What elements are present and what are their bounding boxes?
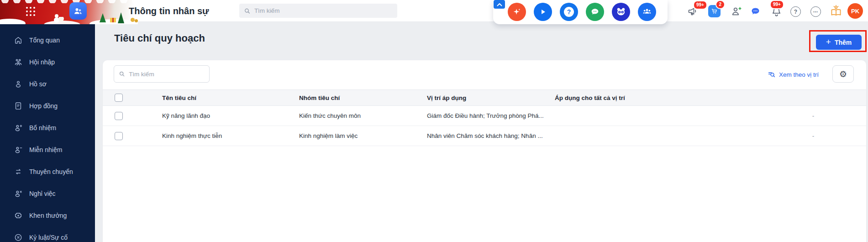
table-row[interactable]: Kinh nghiệm thực tiễn Kinh nghiệm làm vi… <box>103 126 866 146</box>
sidebar-item-ho-so[interactable]: Hồ sơ <box>0 73 95 95</box>
bot-mascot-icon[interactable] <box>612 3 630 21</box>
sidebar-item-label: Khen thưởng <box>29 212 67 219</box>
snow-decoration <box>0 19 26 24</box>
criteria-table: Tên tiêu chí Nhóm tiêu chí Vị trí áp dụn… <box>103 89 866 146</box>
person-plus-icon <box>14 123 23 132</box>
person-x-icon <box>14 189 23 198</box>
gear-icon: ⚙ <box>839 69 847 79</box>
gift-decoration <box>110 18 116 22</box>
sidebar-item-hop-dong[interactable]: Hợp đồng <box>0 95 95 117</box>
search-icon <box>119 70 125 78</box>
notifications-badge: 99+ <box>770 0 784 9</box>
cell-group: Kiến thức chuyên môn <box>299 112 427 119</box>
page: Thông tin nhân sự 99+ 2 <box>0 0 868 242</box>
sidebar-item-mien-nhiem[interactable]: Miễn nhiệm <box>0 139 95 161</box>
announcements-badge: 99+ <box>693 0 707 10</box>
app-title: Thông tin nhân sự <box>129 0 209 22</box>
santa-decoration <box>58 16 64 21</box>
help-icon[interactable]: ? <box>790 6 801 17</box>
sidebar: Tổng quan Hội nhập Hồ sơ Hợp đồng B <box>0 22 95 242</box>
sidebar-item-label: Nghỉ việc <box>29 190 56 197</box>
add-user-icon[interactable] <box>731 5 742 18</box>
whats-new-icon[interactable] <box>830 5 842 19</box>
app-launcher-icon[interactable] <box>26 7 28 9</box>
sidebar-item-label: Hội nhập <box>29 58 55 66</box>
table-header-row: Tên tiêu chí Nhóm tiêu chí Vị trí áp dụn… <box>103 89 866 106</box>
sidebar-item-label: Hợp đồng <box>29 102 58 110</box>
top-bar: Thông tin nhân sự 99+ 2 <box>0 0 868 22</box>
main-content: Tiêu chí quy hoạch + Thêm Xem theo vị tr… <box>95 22 868 242</box>
transfer-arrows-icon <box>14 167 23 176</box>
sidebar-item-bo-nhiem[interactable]: Bổ nhiệm <box>0 117 95 139</box>
add-button-label: Thêm <box>835 39 852 46</box>
award-badge-icon <box>14 211 23 220</box>
user-avatar[interactable]: PK <box>847 3 863 19</box>
column-header-group: Nhóm tiêu chí <box>299 95 427 101</box>
sidebar-item-tong-quan[interactable]: Tổng quan <box>0 29 95 51</box>
search-icon <box>244 7 251 15</box>
tree-decoration <box>100 13 106 22</box>
floating-toolbar: ? <box>493 0 668 24</box>
sidebar-item-khen-thuong[interactable]: Khen thưởng <box>0 205 95 226</box>
sidebar-item-label: Bổ nhiệm <box>29 124 56 132</box>
chat-support-icon[interactable] <box>586 3 604 21</box>
cell-name: Kỹ năng lãnh đạo <box>162 112 299 119</box>
content-card: Xem theo vị trí ⚙ Tên tiêu chí Nhóm tiêu… <box>103 60 866 242</box>
view-by-position-label: Xem theo vị trí <box>779 71 819 78</box>
sidebar-item-hoi-nhap[interactable]: Hội nhập <box>0 51 95 73</box>
sidebar-item-ky-luat[interactable]: Kỷ luật/Sự cố <box>0 226 95 242</box>
table-row[interactable]: Kỹ năng lãnh đạo Kiến thức chuyên môn Gi… <box>103 106 866 126</box>
sidebar-item-label: Hồ sơ <box>29 80 47 88</box>
document-icon <box>14 101 23 110</box>
collapse-toolbar-button[interactable] <box>494 0 505 9</box>
select-all-checkbox[interactable] <box>115 94 123 102</box>
sidebar-item-label: Kỷ luật/Sự cố <box>29 234 68 241</box>
add-button[interactable]: + Thêm <box>816 35 862 50</box>
cell-group: Kinh nghiệm làm việc <box>299 132 427 139</box>
hrm-app-icon[interactable] <box>69 2 87 20</box>
view-by-position-link[interactable]: Xem theo vị trí <box>768 70 819 79</box>
chevron-up-icon <box>497 3 502 6</box>
tree-decoration <box>118 12 124 23</box>
sidebar-item-nghi-viec[interactable]: Nghỉ việc <box>0 183 95 205</box>
table-settings-button[interactable]: ⚙ <box>832 65 854 83</box>
table-search-input[interactable] <box>129 71 205 78</box>
sidebar-item-thuyen-chuyen[interactable]: Thuyên chuyển <box>0 161 95 183</box>
ai-sparkle-icon[interactable] <box>508 3 526 21</box>
sidebar-item-label: Tổng quan <box>29 37 60 44</box>
row-checkbox[interactable] <box>115 112 123 120</box>
cell-name: Kinh nghiệm thực tiễn <box>162 132 299 139</box>
sidebar-item-label: Miễn nhiệm <box>29 146 62 153</box>
person-icon <box>14 79 23 89</box>
messages-icon[interactable] <box>750 6 761 18</box>
home-icon <box>14 36 23 45</box>
row-checkbox[interactable] <box>115 132 123 140</box>
more-options-icon[interactable]: ••• <box>810 6 821 17</box>
community-icon[interactable] <box>638 3 656 21</box>
page-title: Tiêu chí quy hoạch <box>114 32 205 44</box>
cell-all-positions: - <box>760 132 866 139</box>
search-list-icon <box>768 70 776 79</box>
person-minus-icon <box>14 145 23 154</box>
table-search <box>114 65 210 83</box>
cell-all-positions: - <box>760 112 866 119</box>
cart-badge: 2 <box>715 0 725 9</box>
christmas-banner <box>0 0 138 24</box>
column-header-name: Tên tiêu chí <box>162 95 299 101</box>
help-center-icon[interactable]: ? <box>560 3 578 21</box>
people-group-icon <box>14 58 23 67</box>
global-search <box>239 4 397 18</box>
plus-icon: + <box>826 37 831 46</box>
cell-positions: Nhân viên Chăm sóc khách hàng; Nhân ... <box>427 132 555 139</box>
people-badge-icon <box>73 5 84 16</box>
alert-x-icon <box>14 233 23 242</box>
column-header-all-positions: Áp dụng cho tất cả vị trí <box>555 95 760 101</box>
cell-positions: Giám đốc Điều hành; Trưởng phòng Phá... <box>427 112 555 119</box>
global-search-input[interactable] <box>254 7 393 14</box>
video-play-icon[interactable] <box>534 3 552 21</box>
column-header-positions: Vị trí áp dụng <box>427 95 555 101</box>
sidebar-item-label: Thuyên chuyển <box>29 168 73 175</box>
